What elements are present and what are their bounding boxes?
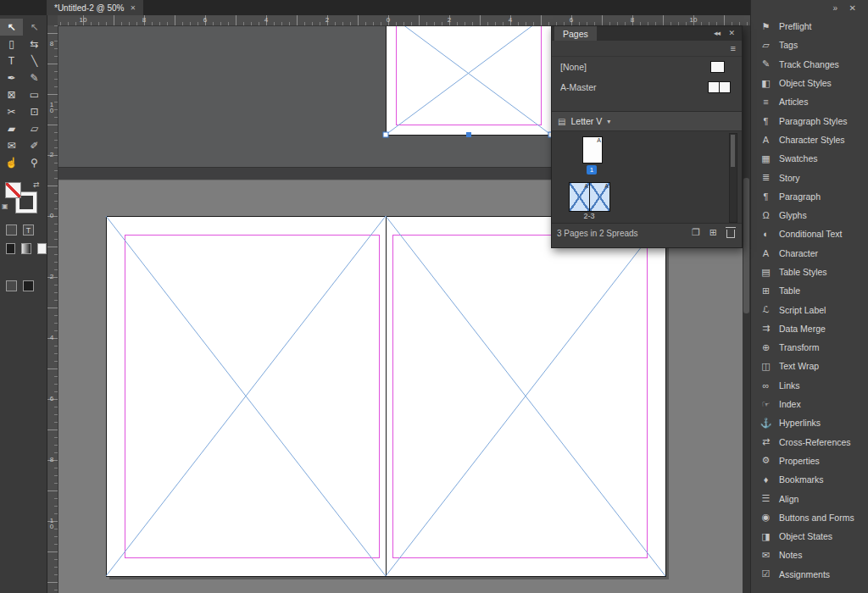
dock-panel-track-changes[interactable]: ✎Track Changes (751, 55, 868, 74)
panel-dock: » ✕ ⚑Preflight▱Tags✎Track Changes◧Object… (750, 0, 868, 593)
character-styles-icon: A (760, 135, 772, 145)
dock-panel-data-merge[interactable]: ⇉Data Merge (751, 319, 868, 338)
fill-swatch[interactable] (5, 182, 21, 198)
normal-screen-mode-button[interactable] (6, 280, 17, 291)
tab-close-icon[interactable]: ✕ (130, 4, 136, 12)
dock-panel-notes[interactable]: ✉Notes (751, 546, 868, 564)
line-tool-icon: ╲ (31, 56, 37, 66)
dock-panel-tags[interactable]: ▱Tags (751, 36, 868, 54)
master-a-thumbnail[interactable] (708, 81, 731, 93)
dock-panel-paragraph-styles[interactable]: ¶Paragraph Styles (751, 111, 868, 130)
spread-2-3-thumbnail[interactable]: A A (569, 182, 610, 212)
dock-panel-preflight[interactable]: ⚑Preflight (751, 17, 868, 36)
dock-panel-label: Cross-References (779, 437, 851, 447)
hand-tool[interactable]: ☝ (0, 154, 23, 171)
align-icon: ☰ (760, 493, 772, 504)
v-ruler-number: 2 (47, 274, 57, 280)
gap-tool-icon: ⇆ (30, 39, 38, 49)
swap-fill-stroke-icon[interactable]: ⇄ (33, 180, 40, 189)
page-size-preset[interactable]: ▤ Letter V ▾ (552, 112, 742, 131)
master-none-row[interactable]: [None] (552, 57, 742, 77)
tags-icon: ▱ (760, 40, 772, 51)
gradient-feather-tool[interactable]: ▱ (23, 120, 46, 137)
dock-panel-buttons-and-forms[interactable]: ◉Buttons and Forms (751, 508, 868, 527)
eyedropper-tool[interactable]: ✐ (23, 137, 46, 154)
zoom-tool[interactable]: ⚲ (23, 154, 46, 171)
rectangle-frame-tool[interactable]: ⊠ (0, 86, 23, 103)
pencil-tool[interactable]: ✎ (23, 69, 46, 86)
v-ruler-number: 4 (47, 335, 57, 341)
dock-panel-label: Tags (779, 40, 798, 50)
formatting-affects-text-button[interactable]: T (23, 224, 34, 236)
dock-panel-align[interactable]: ☰Align (751, 489, 868, 507)
dock-panel-transform[interactable]: ⊕Transform (751, 338, 868, 357)
apply-color-button[interactable] (6, 243, 15, 254)
dock-panel-character-styles[interactable]: ACharacter Styles (751, 130, 868, 149)
pages-scrollbar-thumb[interactable] (731, 135, 735, 167)
gradient-swatch-tool[interactable]: ▰ (0, 120, 23, 137)
apply-row (0, 243, 47, 254)
dock-panel-links[interactable]: ∞Links (751, 376, 868, 395)
free-transform-tool[interactable]: ⊡ (23, 103, 46, 120)
links-icon: ∞ (760, 380, 772, 391)
dock-panel-table[interactable]: ⊞Table (751, 281, 868, 300)
dock-panel-character[interactable]: ACharacter (751, 244, 868, 263)
direct-selection-tool[interactable]: ↖ (23, 19, 46, 36)
rectangle-tool[interactable]: ▭ (23, 86, 46, 103)
dock-panel-index[interactable]: ☞Index (751, 395, 868, 413)
vertical-scrollbar[interactable] (743, 25, 750, 593)
dock-panel-bookmarks[interactable]: ♦Bookmarks (751, 470, 868, 489)
panel-collapse-icon[interactable]: ◂◂ (714, 29, 720, 37)
page-tool[interactable]: ▯ (0, 36, 23, 53)
apply-gradient-button[interactable] (21, 243, 31, 254)
panel-menu-icon[interactable]: ≡ (731, 43, 736, 53)
note-tool[interactable]: ✉ (0, 137, 23, 154)
paragraph-styles-icon: ¶ (760, 116, 772, 126)
dock-panel-glyphs[interactable]: ΩGlyphs (751, 206, 868, 224)
dock-panel-object-states[interactable]: ◨Object States (751, 527, 868, 546)
pen-tool[interactable]: ✒ (0, 69, 23, 86)
dock-close-icon[interactable]: ✕ (849, 3, 856, 13)
preview-screen-mode-button[interactable] (23, 280, 34, 291)
dock-panel-articles[interactable]: ≡Articles (751, 92, 868, 111)
dock-panel-script-label[interactable]: ℒScript Label (751, 300, 868, 319)
vertical-ruler[interactable]: 81 02024681 0 (47, 25, 58, 593)
selection-tool[interactable]: ↖ (0, 19, 23, 36)
type-tool[interactable]: T (0, 53, 23, 69)
dock-header: » ✕ (751, 0, 868, 17)
line-tool[interactable]: ╲ (23, 53, 46, 69)
gap-tool[interactable]: ⇆ (23, 36, 46, 53)
master-a-row[interactable]: A-Master (552, 77, 742, 97)
document-tab[interactable]: *Untitled-2 @ 50% ✕ (47, 0, 143, 15)
dock-panel-cross-references[interactable]: ⇄Cross-References (751, 433, 868, 452)
dock-panel-hyperlinks[interactable]: ⚓Hyperlinks (751, 413, 868, 432)
master-none-thumbnail[interactable] (710, 61, 725, 73)
dock-panel-label: Notes (779, 550, 802, 560)
page-1-thumbnail[interactable]: A (582, 136, 603, 163)
dock-panel-object-styles[interactable]: ◧Object Styles (751, 74, 868, 92)
v-ruler-number: 6 (47, 396, 57, 402)
dock-panel-label: Links (779, 380, 800, 391)
dock-panel-table-styles[interactable]: ▤Table Styles (751, 263, 868, 281)
dock-panel-properties[interactable]: ⚙Properties (751, 452, 868, 470)
delete-page-icon[interactable] (726, 230, 735, 238)
panel-close-icon[interactable]: ✕ (728, 29, 735, 37)
dock-panel-story[interactable]: ≣Story (751, 168, 868, 186)
new-page-icon[interactable]: ⊞ (709, 227, 717, 238)
dock-panel-conditional-text[interactable]: ◐Conditional Text (751, 224, 868, 243)
dock-panel-label: Align (779, 494, 798, 504)
dock-panel-text-wrap[interactable]: ◫Text Wrap (751, 357, 868, 375)
formatting-affects-container-button[interactable] (6, 224, 17, 236)
edit-spread-icon[interactable]: ❐ (692, 227, 700, 238)
apply-none-button[interactable] (37, 243, 47, 254)
dock-expand-icon[interactable]: » (832, 3, 837, 13)
dock-panel-label: Transform (779, 342, 819, 352)
pages-scrollbar[interactable] (729, 133, 737, 223)
scissors-tool[interactable]: ✂ (0, 103, 23, 120)
dock-panel-assignments[interactable]: ☑Assignments (751, 565, 868, 584)
dock-panel-paragraph[interactable]: ¶Paragraph (751, 187, 868, 206)
pages-panel-tab[interactable]: Pages (554, 26, 597, 41)
vertical-scrollbar-thumb[interactable] (743, 178, 749, 313)
default-fill-stroke-icon[interactable]: ▣ (2, 202, 8, 210)
dock-panel-swatches[interactable]: ▦Swatches (751, 149, 868, 168)
